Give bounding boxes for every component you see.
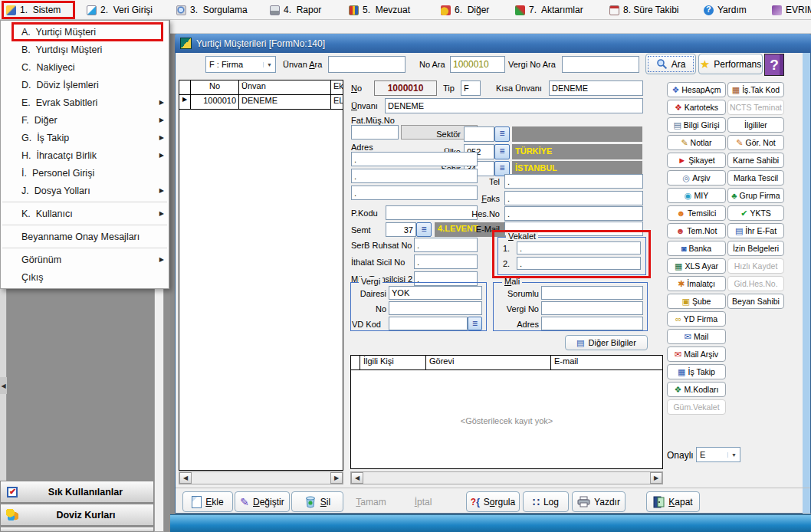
sektor-input[interactable]	[464, 126, 494, 142]
serb-ruhsat-input[interactable]	[414, 238, 478, 252]
ekle-button[interactable]: Ekle	[182, 491, 233, 512]
ithalat-sicil-input[interactable]	[414, 255, 478, 269]
vekalet1-input[interactable]	[517, 241, 641, 255]
onayli-select[interactable]: E	[696, 447, 740, 462]
beyan-sahibi-button[interactable]: Beyan Sahibi	[727, 294, 784, 309]
menu-item-rapor[interactable]: 4. Rapor	[270, 2, 321, 18]
fat-mus-no-input[interactable]	[351, 125, 399, 140]
grup-firma-button[interactable]: ♣Grup Firma	[727, 188, 784, 203]
notlar-button[interactable]: ✎Notlar	[667, 135, 726, 150]
mail-button[interactable]: ✉Mail	[667, 329, 726, 344]
vergi-no-input[interactable]	[389, 301, 482, 315]
menu-item-diger[interactable]: 6. Diğer	[441, 2, 489, 18]
mail-arsiv-button[interactable]: ✉Mail Arşiv	[667, 346, 726, 362]
sube-button[interactable]: ▣Şube	[667, 294, 726, 309]
izin-belgeleri-button[interactable]: İzin Belgeleri	[727, 241, 784, 256]
record-type-select[interactable]: F : Firma	[205, 56, 276, 73]
menu-item-beyanname-onay[interactable]: Beyanname Onay Mesajları	[1, 228, 169, 245]
tip-input[interactable]	[461, 80, 481, 96]
degistir-button[interactable]: ✎ Değiştir	[235, 491, 290, 512]
xls-ayar-button[interactable]: ▦XLS Ayar	[667, 258, 726, 274]
menu-item-dosya-yollari[interactable]: J. Dosya Yolları	[1, 182, 169, 199]
semt-input[interactable]	[386, 222, 416, 237]
menu-item-is-takip[interactable]: G. İş Takip	[1, 129, 169, 146]
marka-tescil-button[interactable]: Marka Tescil	[727, 170, 784, 186]
faks-input[interactable]	[504, 191, 643, 205]
is-tak-kod-button[interactable]: ▦İş.Tak Kod	[727, 82, 784, 97]
temsilci-button[interactable]: ☻Temsilci	[667, 205, 726, 221]
menu-item-cikis[interactable]: Çıkış	[1, 268, 169, 286]
grid-row-ek[interactable]: EL	[330, 94, 343, 110]
grid-row-unvan[interactable]: DENEME	[238, 94, 331, 110]
imalatci-button[interactable]: ✱İmalatçı	[667, 276, 726, 291]
menu-item-sistem[interactable]: 1. Sistem	[6, 2, 61, 18]
m-kodlari-button[interactable]: ❖M.Kodları	[667, 382, 726, 397]
menu-item-mevzuat[interactable]: 5. Mevzuat	[349, 2, 410, 18]
unvani-input[interactable]	[385, 98, 643, 113]
sektor-lookup-button[interactable]	[494, 126, 510, 142]
menu-item-evrim[interactable]: EVRIM	[772, 2, 811, 18]
diger-bilgiler-button[interactable]: ▤ Diğer Bilgiler	[565, 335, 648, 350]
no-ara-input[interactable]	[450, 56, 505, 73]
menu-item-evrak-sabitleri[interactable]: E. Evrak Sabitleri	[1, 94, 169, 111]
currency-accordion[interactable]: Doviz Kurları	[0, 504, 154, 526]
hesapacm-button[interactable]: ❖HesapAçm	[667, 82, 726, 97]
vergi-no-ara-input[interactable]	[562, 56, 639, 73]
help-button[interactable]: ?	[764, 54, 784, 76]
menu-item-yurtici-musteri[interactable]: A. Yurtiçi Müşteri	[1, 23, 169, 41]
sil-button[interactable]: Sil	[291, 491, 343, 512]
vdkod-lookup-button[interactable]	[468, 317, 482, 330]
grid-hscrollbar[interactable]: ◀ ▶	[179, 471, 343, 484]
miy-button[interactable]: ◉MIY	[667, 188, 726, 203]
adres-input-3[interactable]	[351, 186, 478, 200]
menu-item-sorgulama[interactable]: 3. Sorgulama	[176, 2, 248, 18]
arsiv-button[interactable]: ◎Arşiv	[667, 170, 726, 186]
collapse-panel-button[interactable]: ◀	[0, 377, 7, 394]
grid-row-no[interactable]: 1000010	[190, 94, 239, 110]
menu-item-doviz-islemleri[interactable]: D. Döviz İşlemleri	[1, 76, 169, 94]
menu-item-yardim[interactable]: Yardım	[704, 2, 747, 18]
ihr-e-fat-button[interactable]: ▤İhr E-Fat	[727, 223, 784, 238]
menu-item-gorunum[interactable]: Görünüm	[1, 251, 169, 268]
gor-not-button[interactable]: ✎Gör. Not	[727, 135, 784, 150]
menu-item-kullanici[interactable]: K. Kullanıcı	[1, 205, 169, 222]
scroll-right-button[interactable]: ▶	[650, 472, 662, 484]
semt-lookup-button[interactable]	[416, 222, 432, 237]
kisa-unvani-input[interactable]	[549, 80, 643, 96]
vdkod-input[interactable]	[389, 317, 468, 330]
ulke-lookup-button[interactable]	[494, 144, 510, 159]
left-panel-scrollbar[interactable]	[154, 277, 164, 532]
bilgi-girisi-button[interactable]: ▤Bilgi Girişi	[667, 117, 726, 133]
menu-item-veri-girisi[interactable]: 2. Veri Girişi	[87, 2, 153, 18]
tel-input[interactable]	[504, 174, 643, 189]
contacts-hscrollbar[interactable]: ◀ ▶	[350, 471, 663, 484]
performans-button[interactable]: ★ Performans	[698, 54, 763, 74]
kartoteks-button[interactable]: ❖Kartoteks	[667, 100, 726, 115]
sikayet-button[interactable]: ►Şikayet	[667, 153, 726, 168]
scroll-right-button[interactable]: ▶	[330, 472, 343, 484]
unvan-ara-input[interactable]	[328, 56, 406, 73]
menu-item-aktarimlar[interactable]: 7. Aktarımlar	[515, 2, 583, 18]
mali-adres-input[interactable]	[541, 317, 643, 330]
tem-not-button[interactable]: ☻Tem.Not	[667, 223, 726, 238]
scroll-left-button[interactable]: ◀	[351, 472, 363, 484]
log-button[interactable]: ∷ Log	[523, 491, 569, 512]
karne-sahibi-button[interactable]: Karne Sahibi	[727, 153, 784, 168]
menu-item-nakliyeci[interactable]: C. Nakliyeci	[1, 58, 169, 76]
sorgula-button[interactable]: ?{ Sorgula	[466, 491, 520, 512]
ykts-button[interactable]: ✔YKTS	[727, 205, 784, 221]
dairesi-input[interactable]	[389, 286, 482, 300]
yd-firma-button[interactable]: ∞YD Firma	[667, 311, 726, 327]
favorites-accordion[interactable]: Sık Kullanılanlar	[0, 481, 154, 503]
kapat-button[interactable]: Kapat	[646, 491, 700, 512]
scroll-left-button[interactable]: ◀	[179, 472, 192, 484]
banka-button[interactable]: ◙Banka	[667, 241, 726, 256]
ara-button[interactable]: Ara	[645, 54, 696, 74]
menu-item-ihracatci-birlik[interactable]: H. İhracatçı Birlik	[1, 146, 169, 164]
mali-vergi-no-input[interactable]	[541, 301, 643, 315]
hesno-input[interactable]	[504, 206, 643, 221]
menu-item-yurtdisi-musteri[interactable]: B. Yurtdışı Müşteri	[1, 41, 169, 58]
sorumlu-input[interactable]	[541, 286, 643, 300]
ilgililer-button[interactable]: İlgililer	[727, 117, 784, 133]
vekalet2-input[interactable]	[517, 257, 641, 270]
